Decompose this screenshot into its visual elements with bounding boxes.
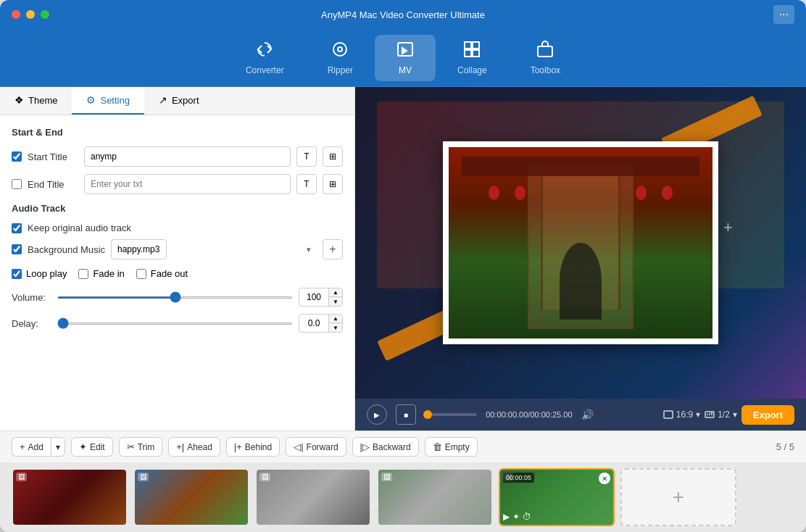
fade-in-label: Fade in (93, 268, 124, 279)
start-end-title: Start & End (12, 127, 343, 138)
setting-icon: ⚙ (86, 94, 96, 106)
start-title-font-btn[interactable]: T (296, 146, 317, 167)
add-music-btn[interactable]: + (323, 239, 343, 259)
forward-button[interactable]: ◁| Forward (286, 437, 346, 457)
fade-in-checkbox[interactable] (78, 269, 88, 279)
end-title-font-btn[interactable]: T (296, 174, 317, 194)
trim-button[interactable]: ✂ Trim (119, 437, 163, 457)
play-button[interactable]: ▶ (367, 404, 387, 425)
menu-button[interactable]: ··· (773, 5, 794, 24)
ratio-value: 16:9 (676, 410, 693, 420)
start-title-checkbox[interactable] (12, 151, 22, 162)
add-button[interactable]: + Add (12, 437, 51, 457)
music-select[interactable]: happy.mp3 (111, 239, 167, 259)
ahead-icon: +| (176, 441, 184, 452)
end-title-grid-btn[interactable]: ⊞ (323, 174, 343, 194)
delay-value: ▲ ▼ (299, 314, 343, 333)
maximize-button[interactable] (41, 10, 49, 19)
delay-row: Delay: ▲ ▼ (12, 314, 343, 333)
thumb-5-play[interactable]: ▶ (503, 512, 510, 522)
volume-up-btn[interactable]: ▲ (329, 288, 342, 297)
thumb-5-star[interactable]: ✦ (512, 512, 520, 522)
volume-input[interactable] (299, 292, 328, 302)
thumbnail-1[interactable]: 🖼 (12, 468, 128, 526)
end-title-checkbox[interactable] (12, 179, 22, 189)
delay-input[interactable] (299, 318, 328, 328)
fade-out-checkbox[interactable] (136, 269, 146, 279)
keep-original-row: Keep original audio track (12, 223, 343, 233)
fade-out-option: Fade out (136, 268, 188, 279)
titlebar: AnyMP4 Mac Video Converter Ultimate ··· (0, 0, 806, 29)
thumb-3-icon: 🖼 (259, 473, 270, 481)
preview-placeholder: + (355, 87, 806, 399)
tab-export[interactable]: ↗ Export (144, 87, 214, 115)
nav-collage[interactable]: Collage (436, 35, 509, 81)
thumb-img-1: 🖼 (13, 470, 126, 525)
delay-up-btn[interactable]: ▲ (329, 314, 342, 323)
quality-select[interactable]: 1/2 ▾ (705, 410, 737, 420)
thumbnail-3[interactable]: 🖼 (255, 468, 371, 526)
volume-slider[interactable] (57, 296, 293, 299)
stop-button[interactable]: ■ (396, 404, 416, 425)
volume-down-btn[interactable]: ▼ (329, 297, 342, 307)
keep-original-checkbox[interactable] (12, 223, 22, 233)
audio-section: Audio Track Keep original audio track Ba… (12, 203, 343, 333)
add-arrow-button[interactable]: ▾ (51, 437, 65, 457)
start-title-label: Start Title (28, 151, 78, 162)
volume-icon[interactable]: 🔊 (581, 409, 594, 420)
menu-button-area: ··· (773, 5, 794, 24)
svg-rect-5 (465, 50, 471, 57)
thumb-2-icon: 🖼 (138, 473, 149, 481)
tab-theme[interactable]: ❖ Theme (0, 87, 72, 115)
add-icon: + (20, 441, 25, 452)
background-music-checkbox[interactable] (12, 244, 22, 254)
mv-label: MV (399, 65, 412, 75)
nav-ripper[interactable]: Ripper (306, 35, 375, 81)
start-title-grid-btn[interactable]: ⊞ (323, 146, 343, 167)
end-title-input[interactable] (84, 174, 291, 194)
thumbnail-strip: 🖼 🖼 🖼 🖼 🖼 00:00:05 ✕ (0, 462, 806, 532)
export-button[interactable]: Export (741, 405, 794, 425)
nav-converter[interactable]: Converter (224, 35, 306, 81)
nav-mv[interactable]: MV (375, 35, 436, 81)
nav-toolbox[interactable]: Toolbox (509, 35, 582, 81)
thumb-5-close[interactable]: ✕ (599, 473, 610, 484)
delay-down-btn[interactable]: ▼ (329, 323, 342, 333)
empty-label: Empty (445, 442, 470, 452)
ahead-button[interactable]: +| Ahead (168, 437, 220, 457)
behind-icon: |+ (234, 441, 242, 452)
add-thumbnail-btn[interactable]: + (620, 468, 736, 526)
traffic-lights (12, 10, 49, 19)
thumb-5-clock[interactable]: ⏱ (523, 512, 531, 522)
empty-button[interactable]: 🗑 Empty (425, 437, 478, 457)
thumbnail-2[interactable]: 🖼 (133, 468, 249, 526)
backward-icon: |▷ (360, 441, 370, 452)
svg-rect-6 (473, 50, 479, 57)
keep-original-label: Keep original audio track (28, 223, 131, 233)
close-button[interactable] (12, 10, 20, 19)
loop-play-checkbox[interactable] (12, 269, 22, 279)
converter-label: Converter (246, 65, 284, 75)
add-media-overlay[interactable]: + (723, 218, 733, 237)
thumbnail-5[interactable]: 🖼 00:00:05 ✕ ▶ ✦ ⏱ (499, 468, 615, 526)
preview-area: + (355, 87, 806, 399)
fade-out-label: Fade out (151, 268, 188, 279)
svg-point-0 (333, 43, 346, 56)
theme-tab-label: Theme (28, 95, 57, 106)
backward-button[interactable]: |▷ Backward (352, 437, 419, 457)
export-tab-label: Export (172, 95, 199, 106)
tab-setting[interactable]: ⚙ Setting (72, 87, 144, 115)
thumb-img-4: 🖼 (378, 470, 491, 525)
thumb-5-overlay: ✕ (599, 473, 610, 484)
progress-bar[interactable] (425, 413, 477, 416)
ratio-chevron: ▾ (696, 410, 700, 420)
edit-button[interactable]: ✦ Edit (71, 437, 113, 457)
start-title-input[interactable] (84, 146, 291, 167)
thumbnail-4[interactable]: 🖼 (377, 468, 493, 526)
svg-rect-4 (473, 42, 479, 49)
minimize-button[interactable] (26, 10, 35, 19)
delay-slider[interactable] (57, 323, 293, 325)
empty-icon: 🗑 (433, 441, 442, 452)
behind-button[interactable]: |+ Behind (226, 437, 280, 457)
ratio-select[interactable]: 16:9 ▾ (663, 410, 700, 420)
